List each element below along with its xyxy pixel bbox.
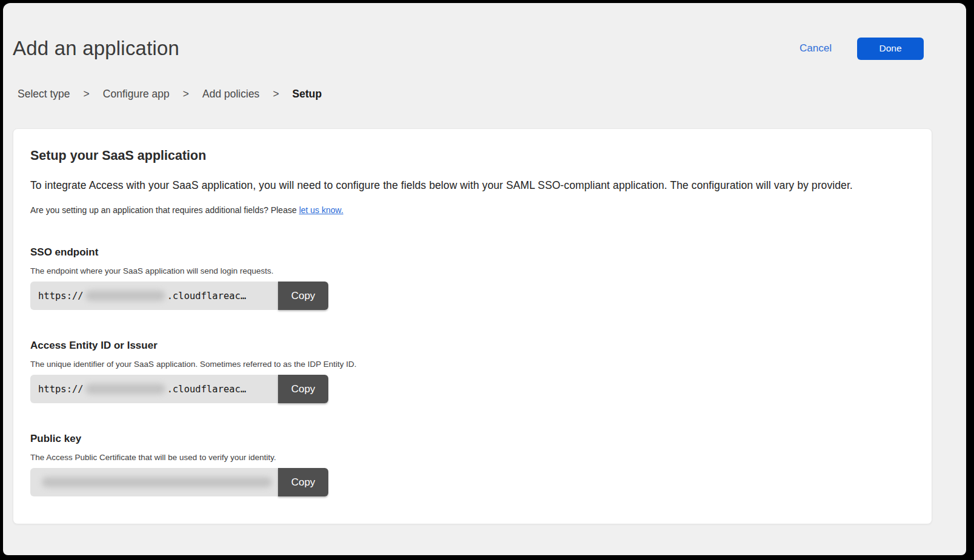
page-header: Add an application Cancel Done — [3, 3, 966, 60]
field-section-sso-endpoint: SSO endpoint The endpoint where your Saa… — [30, 246, 915, 310]
entity-id-value[interactable]: https://.cloudflareac… — [30, 375, 278, 403]
field-row: Copy — [30, 468, 328, 496]
breadcrumb: Select type > Configure app > Add polici… — [18, 88, 966, 100]
card-note-text: Are you setting up an application that r… — [30, 205, 299, 215]
cancel-button[interactable]: Cancel — [800, 42, 832, 54]
field-row: https://.cloudflareac… Copy — [30, 375, 328, 403]
redacted-value-blur — [42, 477, 272, 487]
field-label: SSO endpoint — [30, 246, 915, 259]
field-description: The Access Public Certificate that will … — [30, 453, 915, 462]
redacted-value-blur — [85, 384, 165, 394]
done-button[interactable]: Done — [857, 38, 924, 60]
field-description: The unique identifier of your SaaS appli… — [30, 360, 915, 369]
field-label: Public key — [30, 433, 915, 445]
breadcrumb-separator: > — [273, 88, 279, 100]
copy-button-sso-endpoint[interactable]: Copy — [278, 282, 328, 310]
setup-card: Setup your SaaS application To integrate… — [13, 128, 932, 524]
breadcrumb-step-add-policies[interactable]: Add policies — [202, 88, 259, 100]
app-window: Add an application Cancel Done Select ty… — [3, 3, 966, 555]
sso-endpoint-value[interactable]: https://.cloudflareac… — [30, 282, 278, 310]
card-title: Setup your SaaS application — [30, 148, 915, 163]
breadcrumb-step-setup[interactable]: Setup — [293, 88, 322, 100]
redacted-value-blur — [85, 291, 165, 301]
card-note: Are you setting up an application that r… — [30, 205, 915, 215]
page-title: Add an application — [13, 37, 179, 60]
field-description: The endpoint where your SaaS application… — [30, 266, 915, 275]
value-prefix: https:// — [38, 291, 84, 301]
field-row: https://.cloudflareac… Copy — [30, 282, 328, 310]
breadcrumb-step-select-type[interactable]: Select type — [18, 88, 70, 100]
copy-button-entity-id[interactable]: Copy — [278, 375, 328, 403]
breadcrumb-step-configure-app[interactable]: Configure app — [103, 88, 170, 100]
card-intro-text: To integrate Access with your SaaS appli… — [30, 179, 915, 192]
public-key-value[interactable] — [30, 468, 278, 496]
let-us-know-link[interactable]: let us know. — [299, 205, 343, 215]
value-prefix: https:// — [38, 384, 84, 395]
breadcrumb-separator: > — [183, 88, 189, 100]
value-suffix: .cloudflareac… — [167, 384, 247, 395]
field-label: Access Entity ID or Issuer — [30, 340, 915, 352]
copy-button-public-key[interactable]: Copy — [278, 468, 328, 496]
header-actions: Cancel Done — [800, 38, 924, 60]
field-section-entity-id: Access Entity ID or Issuer The unique id… — [30, 340, 915, 403]
breadcrumb-separator: > — [84, 88, 90, 100]
value-suffix: .cloudflareac… — [167, 291, 247, 301]
field-section-public-key: Public key The Access Public Certificate… — [30, 433, 915, 496]
